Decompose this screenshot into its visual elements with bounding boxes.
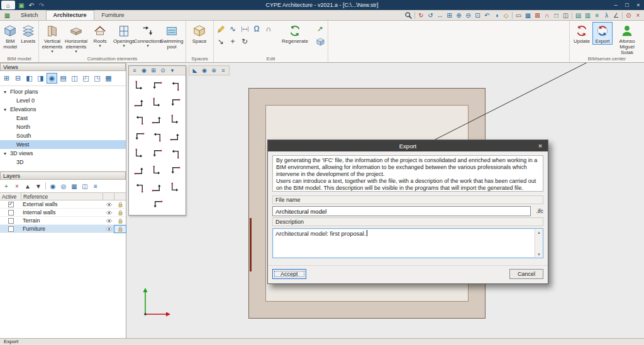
close-button[interactable]: ×: [633, 1, 644, 9]
layer-list-icon[interactable]: ≡: [91, 181, 101, 191]
ribbon-button-bim-model[interactable]: BIM model: [1, 22, 19, 50]
view-3d-icon[interactable]: ◇: [501, 11, 511, 19]
edit-polyline-icon[interactable]: ∿: [227, 23, 238, 35]
ribbon-button-user-account[interactable]: Afonso Miguel Solak: [613, 22, 641, 56]
show-all-layers-icon[interactable]: ◉: [48, 181, 58, 191]
tab-sketch[interactable]: Sketch: [13, 10, 46, 20]
import-view-icon[interactable]: ◰: [80, 73, 91, 84]
coordinate-option-icon[interactable]: [131, 163, 147, 178]
coordinate-option-icon[interactable]: [168, 180, 183, 195]
zoom-in-icon[interactable]: ⊕: [454, 11, 464, 19]
ribbon-button-horizontal-elements[interactable]: Horizontal elements ▾: [64, 22, 88, 54]
coordinate-option-icon[interactable]: [168, 96, 183, 111]
edit-move-icon[interactable]: +: [227, 36, 238, 47]
app-logo-icon[interactable]: ⌂: [1, 1, 15, 9]
lock-icon[interactable]: [114, 201, 126, 208]
lock-icon[interactable]: [114, 209, 126, 216]
accept-button[interactable]: Accept: [272, 269, 306, 279]
coordinate-option-icon[interactable]: [168, 163, 183, 178]
layer-row-terrain[interactable]: Terrain: [0, 217, 126, 225]
scroll-up-icon[interactable]: ▲: [535, 229, 543, 236]
tree-item-east[interactable]: East: [0, 114, 126, 123]
duplicate-view-icon[interactable]: ◧: [24, 73, 35, 84]
dialog-title-bar[interactable]: Export ×: [268, 140, 548, 151]
ribbon-button-vertical-elements[interactable]: Vertical elements ▾: [40, 22, 64, 54]
tree-item-level-0[interactable]: Level 0: [0, 96, 126, 105]
coordinate-option-icon[interactable]: [131, 129, 147, 145]
tree-item-3d[interactable]: 3D: [0, 158, 126, 167]
undo-icon[interactable]: ↶: [26, 1, 36, 9]
coordinate-option-icon[interactable]: [168, 129, 183, 145]
layer-active-checkbox[interactable]: [8, 226, 14, 232]
select-mode-icon[interactable]: ◣: [191, 67, 199, 75]
window-view-icon[interactable]: □: [552, 11, 561, 19]
coordinate-option-icon[interactable]: [150, 129, 165, 145]
delete-view-icon[interactable]: ⊟: [13, 73, 23, 84]
ribbon-button-roofs[interactable]: Roofs ▾: [88, 22, 112, 48]
edit-dimension-icon[interactable]: [239, 23, 250, 35]
edit-scale-icon[interactable]: ↘: [215, 36, 226, 47]
layer-row-internal-walls[interactable]: Internal walls: [0, 209, 126, 217]
regenerate-view-icon[interactable]: ↺: [426, 11, 435, 19]
coordinate-option-icon[interactable]: [150, 96, 165, 111]
move-layer-down-icon[interactable]: ▼: [33, 181, 43, 191]
visibility-eye-icon[interactable]: [103, 201, 114, 208]
description-textarea[interactable]: Architectural model: first proposal. ▲ ▼: [272, 228, 543, 258]
current-view-icon[interactable]: ◉: [47, 73, 57, 84]
grid-icon[interactable]: ▦: [523, 11, 533, 19]
delete-layer-icon[interactable]: ×: [12, 181, 22, 191]
palette-grid-icon[interactable]: ⊞: [149, 67, 158, 75]
pan-icon[interactable]: ↔: [435, 11, 445, 19]
coordinate-option-icon[interactable]: [131, 112, 147, 128]
file-name-input[interactable]: [272, 206, 531, 216]
previous-view-icon[interactable]: ↶: [482, 11, 492, 19]
tree-item-west[interactable]: West: [0, 140, 126, 149]
hide-all-layers-icon[interactable]: ◎: [58, 181, 69, 191]
pin-icon[interactable]: ⊙: [624, 11, 633, 19]
palette-snap-icon[interactable]: ⊙: [158, 67, 167, 75]
angle-icon[interactable]: ∠: [611, 11, 621, 19]
visibility-eye-icon[interactable]: [103, 209, 114, 216]
minimize-button[interactable]: –: [610, 1, 621, 9]
crosshair-icon[interactable]: ⊕: [209, 67, 218, 75]
list-icon[interactable]: ≡: [592, 11, 602, 19]
add-layer-icon[interactable]: +: [1, 181, 11, 191]
grid-view-icon[interactable]: ▦: [103, 73, 114, 84]
coordinate-option-icon[interactable]: [150, 112, 165, 128]
orbit-icon[interactable]: ◑: [492, 11, 501, 19]
ribbon-button-connections[interactable]: Connections ▾: [136, 22, 160, 48]
layer-active-checkbox[interactable]: [8, 210, 14, 216]
cancel-button[interactable]: Cancel: [509, 269, 543, 279]
lock-icon[interactable]: [114, 226, 126, 233]
move-layer-up-icon[interactable]: ▲: [23, 181, 33, 191]
quick-table-icon[interactable]: ▦: [3, 11, 12, 19]
tree-item-south[interactable]: South: [0, 131, 126, 140]
visibility-eye-icon[interactable]: [103, 217, 114, 224]
layer-active-checkbox[interactable]: [8, 218, 14, 224]
textarea-scrollbar[interactable]: ▲ ▼: [535, 229, 543, 258]
tile-view-icon[interactable]: ◫: [561, 11, 570, 19]
palette-collapse-icon[interactable]: ▾: [168, 67, 177, 75]
tree-group-floor-plans[interactable]: ▾Floor plans: [0, 87, 126, 96]
coordinate-option-icon[interactable]: [150, 146, 165, 162]
coordinate-option-icon[interactable]: [131, 96, 147, 111]
coordinate-option-icon[interactable]: [131, 79, 147, 94]
zoom-extents-icon[interactable]: ⊡: [473, 11, 482, 19]
scroll-down-icon[interactable]: ▼: [535, 251, 543, 258]
ribbon-button-swimming-pool[interactable]: Swimming pool: [160, 22, 184, 50]
dialog-close-icon[interactable]: ×: [535, 140, 545, 151]
tree-item-north[interactable]: North: [0, 123, 126, 131]
snap-icon[interactable]: ⊠: [533, 11, 542, 19]
edit-rotate-icon[interactable]: ↻: [239, 36, 250, 47]
maximize-button[interactable]: □: [621, 1, 633, 9]
tab-architecture[interactable]: Architecture: [46, 10, 94, 20]
tree-group-elevations[interactable]: ▾Elevations: [0, 105, 126, 114]
search-icon[interactable]: [404, 11, 413, 19]
edit-mirror-icon[interactable]: ↗: [314, 23, 326, 35]
monitor-icon[interactable]: ▭: [514, 11, 523, 19]
coordinate-option-icon[interactable]: [150, 180, 165, 195]
layer-panels-icon[interactable]: ◫: [80, 181, 90, 191]
redraw-icon[interactable]: ↻: [416, 11, 426, 19]
coordinate-option-icon[interactable]: [131, 180, 147, 195]
palette-menu-icon[interactable]: ≡: [130, 67, 139, 75]
